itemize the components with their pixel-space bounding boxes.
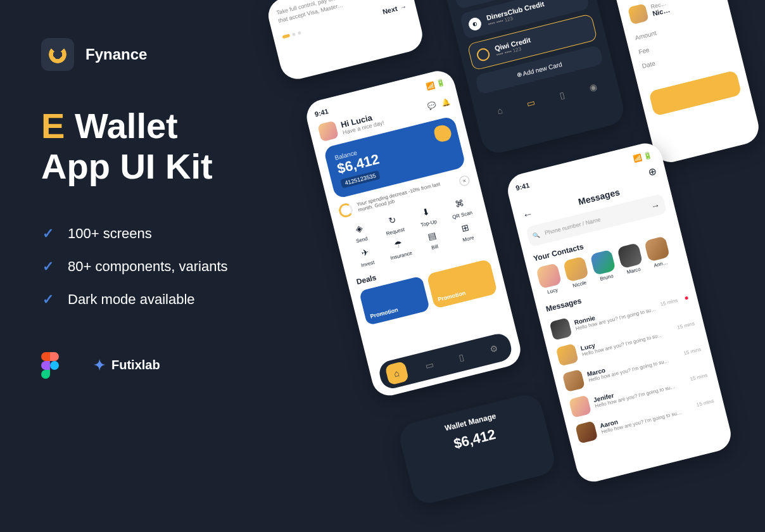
progress-ring-icon [338,202,355,219]
arrow-right-icon: → [650,200,661,212]
nav-wallet-icon[interactable]: ▭ [417,353,441,377]
nav-profile-icon[interactable]: ◉ [581,75,605,100]
chat-icon[interactable]: 💬 [427,100,438,110]
check-icon: ✓ [41,260,55,274]
phone-mockups: Take full control, pay online at any and… [253,0,765,532]
nav-wallet-icon[interactable]: ▭ [519,91,543,115]
arrow-right-icon: → [399,3,408,11]
nav-settings-icon[interactable]: ⚙ [482,337,507,362]
contact-item[interactable]: Marco [617,243,645,276]
contact-item[interactable]: Bruno [590,250,617,283]
action-invest[interactable]: ✈Invest [348,243,383,270]
phone-wallet-manage: Wallet Manage $6,412 [396,391,558,507]
futixlab-brand: ✦ Futixlab [94,357,160,374]
bottom-nav: ⌂ ▭ ▯ ⚙ [377,331,514,391]
contact-item[interactable]: Ann… [644,236,672,269]
diners-icon: ◐ [467,16,483,31]
status-time: 9:41 [515,181,531,193]
unread-dot-icon [685,296,688,300]
action-send[interactable]: ◈Send [343,218,377,246]
feature-item: ✓ Dark mode available [41,291,320,308]
feature-item: ✓ 100+ screens [41,225,320,242]
check-icon: ✓ [41,293,55,307]
user-avatar[interactable] [317,120,339,142]
check-icon: ✓ [41,227,55,241]
pager-dots [282,31,301,39]
action-more[interactable]: ⊞More [449,218,484,246]
nav-stats-icon[interactable]: ▯ [450,345,474,369]
status-time: 9:41 [314,107,330,118]
contact-item[interactable]: Lucy [536,263,564,296]
confirm-button[interactable] [648,70,742,117]
bell-icon[interactable]: 🔔 [440,97,451,107]
nav-home-icon[interactable]: ⌂ [384,361,409,386]
brand-logo-icon [41,38,74,71]
tools-row: ✦ Futixlab [41,352,320,379]
headline: E Wallet App UI Kit [41,106,320,187]
status-icons: 📶 🔋 [425,78,446,91]
status-icons: 📶 🔋 [632,151,653,163]
recipient-avatar[interactable] [628,3,649,25]
message-list: RonnieHello how are you? I'm going to su… [548,284,717,447]
phone-onboarding: Take full control, pay online at any and… [265,0,426,83]
headline-accent: E [41,106,65,146]
phone-transfer: 9:41 Transfer S… Rec…Nic… Amount Fee Dat… [606,0,762,166]
nav-stats-icon[interactable]: ▯ [550,83,574,108]
feature-list: ✓ 100+ screens ✓ 80+ components, variant… [41,225,320,308]
contact-item[interactable]: Nicole [563,256,591,289]
mastercard-icon [460,0,479,1]
nav-home-icon[interactable]: ⌂ [488,98,512,123]
action-insurance[interactable]: ☂Insurance [382,234,417,262]
feature-item: ✓ 80+ components, variants [41,258,320,275]
action-bill[interactable]: ▤Bill [415,226,450,254]
futixlab-icon: ✦ [94,357,105,374]
search-icon: 🔍 [533,231,541,239]
back-icon[interactable]: ← [521,208,534,221]
action-topup[interactable]: ⬇Top-Up [410,202,445,230]
close-icon[interactable]: × [458,175,471,187]
qiwi-icon [476,47,491,62]
brand-name: Fynance [85,46,147,63]
action-qrscan[interactable]: ⌘QR Scan [443,194,478,222]
figma-icon [41,352,59,379]
action-request[interactable]: ↻Request [376,210,411,238]
next-button[interactable]: Next → [382,3,408,16]
plus-icon: ⊕ [515,71,522,79]
